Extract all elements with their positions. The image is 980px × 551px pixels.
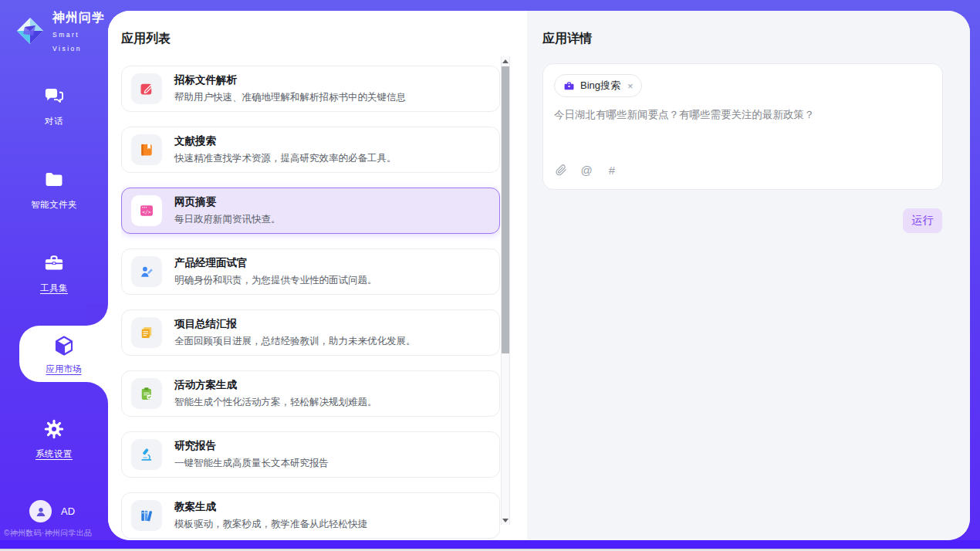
app-desc: 快速精准查找学术资源，提高研究效率的必备工具。	[174, 152, 397, 165]
avatar	[29, 500, 52, 522]
toolbox-icon	[0, 252, 108, 277]
folder-icon	[0, 169, 108, 194]
sidebar-item-chat[interactable]: 对话	[0, 86, 108, 127]
chat-icon	[0, 86, 108, 110]
app-title: 招标文件解析	[174, 73, 406, 87]
app-card-pm-interviewer[interactable]: 产品经理面试官 明确身份和职责，为您提供专业性的面试问题。	[121, 248, 500, 295]
sidebar-item-settings[interactable]: 系统设置	[0, 418, 108, 460]
app-window: 神州问学 Smart Vision 对话 智能文件夹	[0, 0, 980, 551]
app-title: 文献搜索	[174, 134, 397, 148]
close-icon[interactable]: ×	[627, 81, 634, 91]
app-desc: 每日政府新闻资讯快查。	[174, 213, 281, 226]
microscope-icon	[131, 439, 162, 470]
briefcase-icon	[563, 80, 575, 92]
app-card-event-plan[interactable]: 活动方案生成 智能生成个性化活动方案，轻松解决规划难题。	[121, 370, 500, 417]
sidebar-item-app-market[interactable]: 应用市场	[19, 326, 108, 382]
hashtag-icon[interactable]: #	[605, 163, 619, 177]
app-card-bid-document-parse[interactable]: 招标文件解析 帮助用户快速、准确地理解和解析招标书中的关键信息	[121, 66, 500, 112]
query-input[interactable]: 今日湖北有哪些新闻要点？有哪些需要关注的最新政策？	[554, 107, 931, 161]
tool-tag-bing-search[interactable]: Bing搜索 ×	[554, 74, 642, 97]
input-toolbar: @ #	[554, 161, 931, 179]
sidebar-item-label: 工具集	[0, 282, 108, 294]
tool-tag-label: Bing搜索	[580, 79, 620, 93]
app-desc: 全面回顾项目进展，总结经验教训，助力未来优化发展。	[174, 335, 416, 348]
app-card-lesson-plan[interactable]: 教案生成 模板驱动，教案秒成，教学准备从此轻松快捷	[121, 492, 500, 539]
sidebar-item-label: 智能文件夹	[0, 199, 108, 211]
cube-icon	[19, 334, 108, 360]
clipboard-check-icon	[131, 378, 162, 409]
app-detail-title: 应用详情	[542, 31, 592, 47]
paperclip-icon[interactable]	[554, 163, 568, 177]
interviewer-icon	[131, 256, 162, 287]
app-desc: 明确身份和职责，为您提供专业性的面试问题。	[174, 274, 377, 287]
active-tab-curve-top	[86, 304, 108, 326]
brand-subtitle: Smart Vision	[52, 31, 82, 52]
app-title: 研究报告	[174, 439, 329, 453]
app-title: 网页摘要	[174, 195, 281, 209]
app-card-project-summary[interactable]: 项目总结汇报 全面回顾项目进展，总结经验教训，助力未来优化发展。	[121, 309, 500, 356]
sidebar: 神州问学 Smart Vision 对话 智能文件夹	[0, 0, 108, 540]
scrollbar[interactable]	[501, 56, 510, 525]
sidebar-item-smart-folder[interactable]: 智能文件夹	[0, 169, 108, 211]
app-card-research-report[interactable]: 研究报告 一键智能生成高质量长文本研究报告	[121, 431, 500, 478]
scroll-down-arrow-icon[interactable]	[502, 516, 509, 525]
brand-name: 神州问学	[52, 11, 105, 24]
browser-code-icon: </>	[131, 195, 162, 226]
main-container: 应用列表 招标文件解析 帮助用户快速、准确地理解和解析招标书中的关键信息	[108, 11, 970, 540]
sidebar-item-label: 应用市场	[19, 363, 108, 375]
user-name: AD	[61, 505, 75, 517]
books-icon	[131, 500, 162, 531]
svg-text:</>: </>	[142, 209, 151, 215]
diamond-logo-icon	[14, 15, 46, 50]
sidebar-item-toolset[interactable]: 工具集	[0, 252, 108, 294]
copyright-text: ©神州数码·神州问学出品	[4, 528, 108, 539]
app-title: 产品经理面试官	[174, 256, 377, 270]
app-card-literature-search[interactable]: 文献搜索 快速精准查找学术资源，提高研究效率的必备工具。	[121, 127, 500, 173]
app-list-title: 应用列表	[121, 31, 171, 47]
documents-icon	[131, 317, 162, 348]
brand-logo: 神州问学 Smart Vision	[14, 10, 108, 54]
app-card-web-summary[interactable]: </> 网页摘要 每日政府新闻资讯快查。	[121, 188, 500, 234]
bottom-accent-bar	[0, 540, 980, 549]
gear-icon	[0, 418, 108, 443]
run-button[interactable]: 运行	[903, 208, 942, 233]
query-card: Bing搜索 × 今日湖北有哪些新闻要点？有哪些需要关注的最新政策？ @ #	[542, 63, 943, 190]
scroll-up-arrow-icon[interactable]	[502, 56, 509, 66]
app-list-panel: 应用列表 招标文件解析 帮助用户快速、准确地理解和解析招标书中的关键信息	[108, 11, 527, 540]
app-desc: 一键智能生成高质量长文本研究报告	[174, 457, 329, 470]
user-account[interactable]: AD	[29, 500, 75, 522]
app-desc: 帮助用户快速、准确地理解和解析招标书中的关键信息	[174, 91, 406, 104]
app-desc: 模板驱动，教案秒成，教学准备从此轻松快捷	[174, 518, 367, 531]
app-title: 教案生成	[174, 500, 367, 514]
book-icon	[131, 134, 162, 165]
active-tab-curve-bottom	[86, 382, 108, 404]
app-list: 招标文件解析 帮助用户快速、准确地理解和解析招标书中的关键信息 文献搜索	[121, 66, 500, 540]
mention-icon[interactable]: @	[580, 163, 593, 177]
scrollbar-thumb[interactable]	[502, 66, 509, 353]
app-title: 活动方案生成	[174, 378, 377, 392]
edit-square-icon	[131, 73, 162, 104]
sidebar-item-label: 系统设置	[0, 448, 108, 460]
app-title: 项目总结汇报	[174, 317, 416, 331]
sidebar-item-label: 对话	[0, 116, 108, 127]
app-desc: 智能生成个性化活动方案，轻松解决规划难题。	[174, 396, 377, 409]
app-detail-panel: 应用详情 Bing搜索 ×	[527, 11, 970, 540]
